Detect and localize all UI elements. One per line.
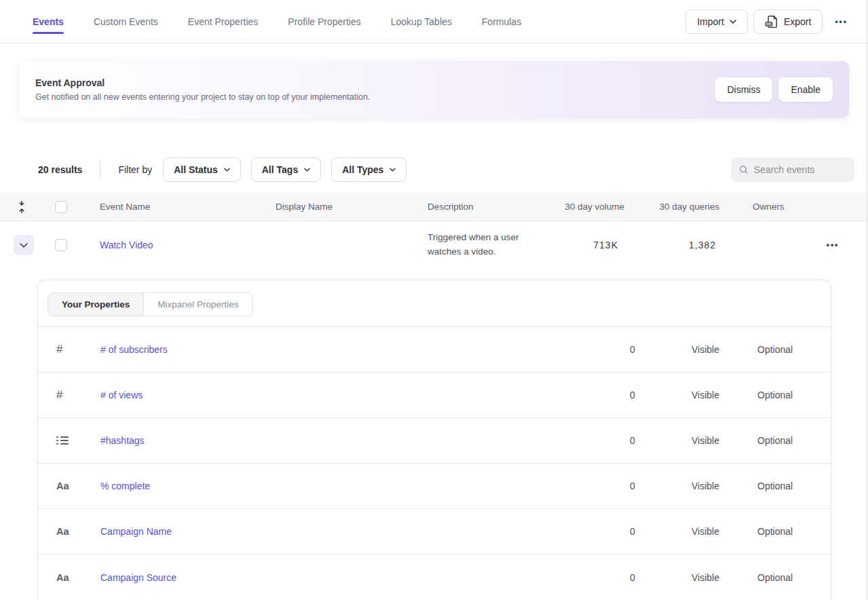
tab-event-properties[interactable]: Event Properties	[188, 0, 259, 43]
nav-tabs: Events Custom Events Event Properties Pr…	[33, 0, 521, 43]
event-30-day-volume: 713K	[550, 240, 624, 250]
collapse-vertical-icon	[16, 200, 27, 214]
nav-actions: Import csv Export •••	[685, 10, 854, 34]
property-row: Aa Campaign Source 0 Visible Optional	[38, 555, 831, 600]
tab-events[interactable]: Events	[33, 0, 64, 43]
property-requirement: Optional	[757, 344, 831, 355]
header-30-day-queries[interactable]: 30 day queries	[624, 202, 719, 212]
banner-title: Event Approval	[35, 77, 370, 88]
chevron-down-icon	[20, 243, 28, 248]
search-input[interactable]	[754, 164, 846, 175]
tab-formulas[interactable]: Formulas	[482, 0, 521, 43]
header-owners[interactable]: Owners	[719, 202, 803, 212]
property-row: # # of views 0 Visible Optional	[38, 373, 831, 418]
results-count: 20 results	[38, 164, 82, 175]
property-row: #hashtags 0 Visible Optional	[38, 418, 831, 464]
tab-your-properties[interactable]: Your Properties	[48, 293, 144, 316]
status-filter-label: All Status	[174, 164, 218, 175]
number-type-icon: #	[56, 343, 62, 356]
chevron-down-icon	[304, 168, 310, 172]
tab-mixpanel-properties[interactable]: Mixpanel Properties	[144, 293, 252, 316]
property-visibility: Visible	[692, 526, 757, 537]
row-overflow-button[interactable]: •••	[827, 240, 839, 250]
collapse-all-button[interactable]	[10, 200, 34, 214]
select-all-checkbox[interactable]	[55, 201, 67, 213]
svg-text:csv: csv	[766, 22, 772, 25]
export-button-label: Export	[784, 16, 811, 27]
types-filter-dropdown[interactable]: All Types	[331, 157, 407, 182]
property-value: 0	[630, 526, 692, 537]
export-button[interactable]: csv Export	[753, 10, 823, 34]
header-30-day-volume[interactable]: 30 day volume	[550, 202, 624, 212]
banner-actions: Dismiss Enable	[715, 77, 833, 102]
property-requirement: Optional	[757, 390, 831, 400]
tab-lookup-tables[interactable]: Lookup Tables	[391, 0, 452, 43]
property-requirement: Optional	[757, 572, 831, 583]
property-name-link[interactable]: # of subscribers	[100, 344, 168, 355]
header-event-name[interactable]: Event Name	[88, 202, 265, 212]
row-checkbox[interactable]	[55, 239, 67, 251]
search-box[interactable]	[731, 157, 854, 182]
event-approval-banner: Event Approval Get notified on all new e…	[19, 61, 849, 118]
filter-by-label: Filter by	[118, 164, 152, 175]
header-description[interactable]: Description	[417, 202, 550, 212]
property-name-link[interactable]: Campaign Name	[100, 526, 172, 537]
property-requirement: Optional	[757, 526, 831, 537]
property-row: Aa % complete 0 Visible Optional	[38, 464, 831, 509]
properties-panel: Your Properties Mixpanel Properties # # …	[37, 280, 831, 600]
window-edge	[867, 0, 867, 600]
property-value: 0	[630, 344, 692, 355]
event-30-day-queries: 1,382	[624, 240, 719, 250]
tab-custom-events[interactable]: Custom Events	[94, 0, 158, 43]
property-row: Aa Campaign Name 0 Visible Optional	[38, 509, 831, 555]
import-button-label: Import	[697, 16, 724, 27]
row-expander-button[interactable]	[14, 235, 34, 255]
list-type-icon	[56, 436, 69, 445]
chevron-down-icon	[390, 168, 396, 172]
event-table-header: Event Name Display Name Description 30 d…	[0, 193, 868, 221]
property-requirement: Optional	[757, 481, 831, 491]
event-description: Triggered when a user watches a video.	[428, 231, 543, 259]
property-name-link[interactable]: #hashtags	[100, 435, 145, 446]
property-row: # # of subscribers 0 Visible Optional	[38, 327, 831, 373]
import-button[interactable]: Import	[685, 10, 748, 34]
filter-bar: 20 results Filter by All Status All Tags…	[0, 157, 868, 182]
property-value: 0	[630, 435, 692, 446]
property-value: 0	[630, 390, 692, 400]
property-visibility: Visible	[692, 572, 757, 583]
header-display-name[interactable]: Display Name	[265, 202, 417, 212]
top-nav: Events Custom Events Event Properties Pr…	[0, 0, 868, 43]
property-visibility: Visible	[692, 435, 757, 446]
banner-description: Get notified on all new events entering …	[35, 92, 370, 102]
property-value: 0	[630, 481, 692, 491]
properties-tabbar: Your Properties Mixpanel Properties	[38, 280, 831, 327]
tags-filter-label: All Tags	[262, 164, 298, 175]
dismiss-button[interactable]: Dismiss	[715, 77, 772, 102]
property-value: 0	[630, 572, 692, 583]
event-row-watch-video: Watch Video Triggered when a user watche…	[0, 221, 868, 269]
property-name-link[interactable]: # of views	[100, 390, 143, 400]
properties-segmented-control: Your Properties Mixpanel Properties	[48, 293, 253, 316]
csv-file-icon: csv	[765, 15, 778, 29]
text-type-icon: Aa	[56, 572, 69, 583]
property-name-link[interactable]: Campaign Source	[100, 572, 176, 583]
event-name-link[interactable]: Watch Video	[100, 240, 153, 250]
status-filter-dropdown[interactable]: All Status	[163, 157, 241, 182]
property-visibility: Visible	[692, 344, 757, 355]
divider	[100, 161, 100, 179]
number-type-icon: #	[56, 388, 62, 402]
search-icon	[739, 164, 749, 175]
types-filter-label: All Types	[342, 164, 383, 175]
property-name-link[interactable]: % complete	[100, 481, 150, 491]
enable-button[interactable]: Enable	[778, 77, 833, 102]
filter-chips: All Status All Tags All Types	[163, 157, 407, 182]
property-visibility: Visible	[692, 390, 757, 400]
text-type-icon: Aa	[56, 526, 69, 537]
tags-filter-dropdown[interactable]: All Tags	[251, 157, 321, 182]
banner-text: Event Approval Get notified on all new e…	[35, 77, 370, 102]
tab-profile-properties[interactable]: Profile Properties	[288, 0, 360, 43]
property-requirement: Optional	[757, 435, 831, 446]
property-visibility: Visible	[692, 481, 757, 491]
text-type-icon: Aa	[56, 481, 69, 491]
nav-overflow-button[interactable]: •••	[828, 17, 854, 26]
